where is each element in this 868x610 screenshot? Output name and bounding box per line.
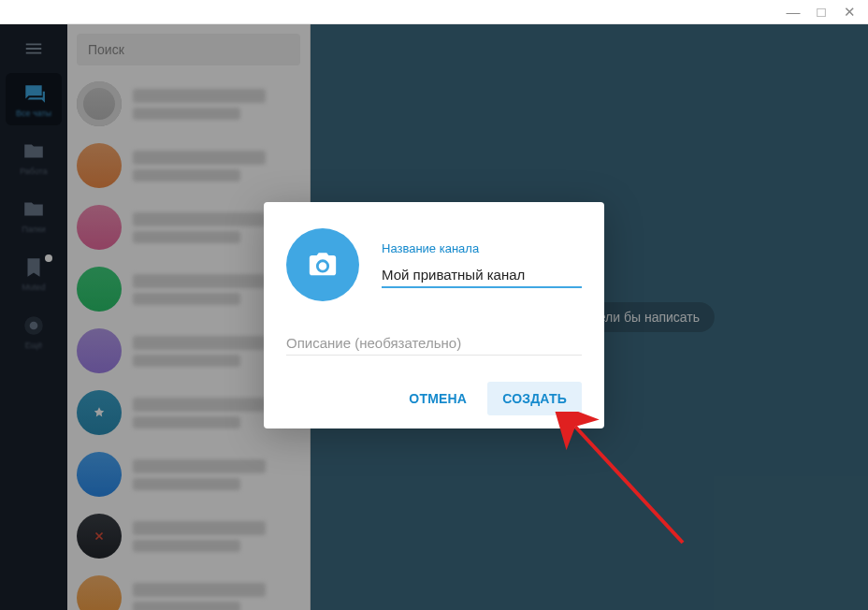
channel-title-label: Название канала bbox=[382, 241, 582, 255]
channel-photo-button[interactable] bbox=[286, 228, 359, 301]
cancel-button[interactable]: ОТМЕНА bbox=[394, 382, 482, 415]
app-window: — □ ✕ Все чаты Работа bbox=[0, 0, 868, 610]
window-maximize-button[interactable]: □ bbox=[812, 3, 831, 22]
channel-description-input[interactable] bbox=[286, 329, 582, 356]
titlebar: — □ ✕ bbox=[0, 0, 868, 24]
create-channel-modal: Название канала ОТМЕНА СОЗДАТЬ bbox=[264, 202, 604, 428]
camera-icon bbox=[307, 249, 339, 281]
create-button[interactable]: СОЗДАТЬ bbox=[487, 382, 582, 415]
window-minimize-button[interactable]: — bbox=[784, 3, 803, 22]
window-close-button[interactable]: ✕ bbox=[840, 3, 859, 22]
channel-title-input[interactable] bbox=[382, 261, 582, 288]
